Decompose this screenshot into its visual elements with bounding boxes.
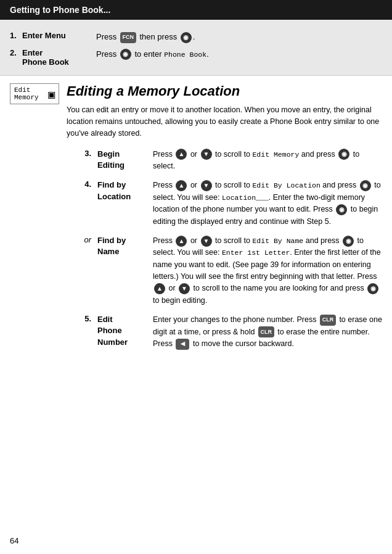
back-icon-5: ◀ <box>176 339 189 350</box>
getting-section: 1. Enter Menu Press FCN then press ◉. 2.… <box>0 20 392 76</box>
step-desc-2: Press ◉ to enter Phone Book. <box>96 48 382 60</box>
step-label-2: EnterPhone Book <box>22 48 96 67</box>
getting-row-1: 1. Enter Menu Press FCN then press ◉. <box>10 31 382 43</box>
step-label-or: Find byName <box>97 235 153 257</box>
down-icon-3b: ▼ <box>201 149 212 160</box>
up-icon-3a: ▲ <box>176 149 187 160</box>
memory-icon: ▣ <box>48 88 55 101</box>
step-num-label-5: 5. <box>84 314 91 323</box>
down-icon-or-d: ▼ <box>179 283 190 294</box>
select-icon-3: ◉ <box>338 149 349 160</box>
mono-location: Location___ <box>222 194 269 202</box>
memory-box: Edit Memory ▣ <box>10 83 59 104</box>
step-num-1: 1. <box>10 31 22 40</box>
step-label-1: Enter Menu <box>22 31 96 40</box>
memory-line2: Memory <box>14 94 39 101</box>
step-desc-3: Press ▲ or ▼ to scroll to Edit Memory an… <box>153 149 382 173</box>
step-row-3: 3. BeginEditing Press ▲ or ▼ to scroll t… <box>67 149 382 173</box>
step-num-label-3: 3. <box>84 149 91 158</box>
intro-text: You can edit an entry or move it to anot… <box>67 104 382 140</box>
mono-edit-by-name: Edit By Name <box>252 237 303 245</box>
step-prefix-or: or <box>67 235 97 244</box>
memory-line1: Edit <box>14 86 39 94</box>
right-content: Editing a Memory Location You can edit a… <box>67 83 382 358</box>
top-banner: Getting to Phone Book... <box>0 0 392 20</box>
getting-row-2: 2. EnterPhone Book Press ◉ to enter Phon… <box>10 48 382 67</box>
phone-book-mono: Phone Book <box>164 51 206 59</box>
mono-edit-by-location: Edit By Loca­tion <box>252 181 320 189</box>
step-row-5: 5. EditPhoneNumber Enter your changes to… <box>67 314 382 350</box>
steps-container: 3. BeginEditing Press ▲ or ▼ to scroll t… <box>67 149 382 350</box>
clr-icon-5a: CLR <box>320 315 336 326</box>
select-icon-4: ◉ <box>360 180 371 191</box>
mono-edit-memory: Edit Memory <box>252 151 299 159</box>
down-icon-or-b: ▼ <box>201 236 212 247</box>
step-label-4: Find byLocation <box>97 180 153 202</box>
step-desc-1: Press FCN then press ◉. <box>96 31 382 43</box>
down-icon-4b: ▼ <box>201 180 212 191</box>
select-icon-4b: ◉ <box>336 204 347 215</box>
step-row-or: or Find byName Press ▲ or ▼ to scroll to… <box>67 235 382 307</box>
step-num-2: 2. <box>10 48 22 57</box>
fcn-button-icon: FCN <box>120 32 136 43</box>
step-prefix-4: 4. <box>67 180 97 189</box>
step-desc-5: Enter your changes to the phone number. … <box>153 314 382 350</box>
memory-box-row: Edit Memory ▣ <box>14 86 55 101</box>
step-label-3: BeginEditing <box>97 149 153 171</box>
step-or-label: or <box>84 235 91 244</box>
mono-enter-1st: Enter 1st Letter <box>222 249 290 257</box>
up-icon-or-c: ▲ <box>154 283 165 294</box>
clr-icon-5b: CLR <box>258 326 274 337</box>
step-row-4: 4. Find byLocation Press ▲ or ▼ to scrol… <box>67 180 382 228</box>
step-desc-4: Press ▲ or ▼ to scroll to Edit By Loca­t… <box>153 180 382 228</box>
main-content: Edit Memory ▣ Editing a Memory Location … <box>0 76 392 358</box>
step-desc-or: Press ▲ or ▼ to scroll to Edit By Name a… <box>153 235 382 307</box>
up-icon-or-a: ▲ <box>176 236 187 247</box>
select-icon-or: ◉ <box>343 236 354 247</box>
step-prefix-5: 5. <box>67 314 97 323</box>
nav-button-icon-1: ◉ <box>181 32 192 43</box>
step-prefix-3: 3. <box>67 149 97 158</box>
up-icon-4a: ▲ <box>176 180 187 191</box>
select-icon-or2: ◉ <box>367 283 378 294</box>
nav-button-icon-2: ◉ <box>120 49 131 60</box>
step-label-5: EditPhoneNumber <box>97 314 153 348</box>
memory-box-text: Edit Memory <box>14 86 39 101</box>
page-number: 64 <box>10 536 18 545</box>
page-title: Editing a Memory Location <box>67 83 382 99</box>
banner-title: Getting to Phone Book... <box>10 5 110 15</box>
step-num-label-4: 4. <box>84 180 91 189</box>
sidebar: Edit Memory ▣ <box>10 83 59 358</box>
